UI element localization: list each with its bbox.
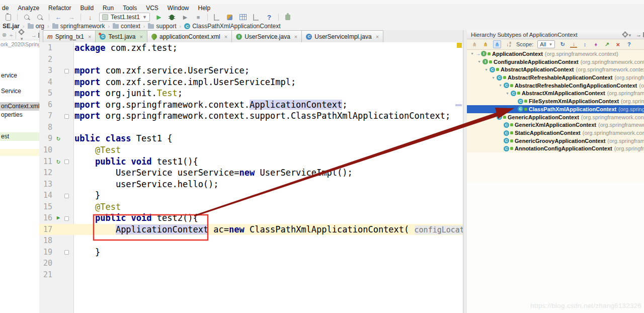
- hotswap-icon[interactable]: ↓: [86, 13, 94, 21]
- menu-item-de[interactable]: de: [2, 5, 9, 12]
- close-tab-icon[interactable]: ×: [376, 34, 379, 40]
- database-grid-icon[interactable]: [239, 13, 247, 21]
- folder-icon: [52, 24, 58, 29]
- close-tab-icon[interactable]: ×: [140, 34, 143, 40]
- hierarchy-node-package: (org.springframework.context): [581, 59, 644, 65]
- hide-panel-icon[interactable]: →: [636, 32, 644, 37]
- menu-item-vcs[interactable]: VCS: [146, 5, 158, 12]
- editor-tab-applicationcontext-xml[interactable]: applicationContext.xml×: [147, 30, 232, 42]
- scope-select[interactable]: All ▼: [537, 40, 555, 48]
- hierarchy-node-applicationcontext[interactable]: ▾→IApplicationContext(org.springframewor…: [467, 50, 644, 58]
- back-icon[interactable]: ←: [54, 13, 62, 21]
- run-test-gutter-icon[interactable]: ↻: [54, 133, 63, 144]
- gear-icon[interactable]: ▼: [19, 29, 28, 41]
- breadcrumb-item[interactable]: context: [113, 23, 140, 30]
- hierarchy-node-annotationconfigapplicationcontext[interactable]: CAnnotationConfigApplicationContext(org.…: [467, 145, 644, 153]
- hierarchy-node-classpathxmlapplicationcontext[interactable]: CClassPathXmlApplicationContext(org.spri…: [467, 105, 644, 113]
- expand-collapse-icon[interactable]: ÷: [10, 32, 13, 38]
- help-icon[interactable]: ?: [625, 41, 632, 48]
- close-icon[interactable]: ×: [614, 41, 621, 48]
- settings-wrench-icon[interactable]: [226, 13, 234, 21]
- run-gutter-icon[interactable]: ▶: [54, 212, 63, 224]
- hide-panel-icon[interactable]: →: [31, 33, 39, 38]
- hierarchy-node-configurableapplicationcontext[interactable]: ▾IConfigurableApplicationContext(org.spr…: [467, 58, 644, 66]
- menu-item-run[interactable]: Run: [103, 5, 114, 12]
- subtypes-hierarchy-icon[interactable]: ⋔: [493, 40, 501, 48]
- breadcrumb-item[interactable]: springframework: [52, 23, 105, 30]
- chevron-expanded-icon[interactable]: ▾: [469, 51, 475, 56]
- editor-tab-test1-java[interactable]: CTest1.java×: [95, 30, 147, 42]
- close-tab-icon[interactable]: ×: [294, 34, 297, 40]
- debug-button[interactable]: [168, 13, 176, 21]
- close-tab-icon[interactable]: ×: [88, 34, 91, 40]
- expand-all-icon[interactable]: ↕: [581, 41, 588, 48]
- code-line: 4mport com.zxf.service.impl.UserServiceI…: [39, 76, 463, 88]
- close-tab-icon[interactable]: ×: [224, 34, 227, 40]
- project-tree-item[interactable]: operties: [0, 111, 40, 119]
- breadcrumb-item[interactable]: SE.jar: [3, 23, 20, 30]
- hierarchy-node-abstractxmlapplicationcontext[interactable]: ▾CAbstractXmlApplicationContext(org.spri…: [467, 90, 644, 98]
- forward-icon[interactable]: →: [67, 13, 75, 21]
- run-test-gutter-icon[interactable]: ↻: [54, 156, 63, 168]
- fold-marker[interactable]: [64, 194, 69, 198]
- hierarchy-node-genericgroovyapplicationcontext[interactable]: CGenericGroovyApplicationContext(org.spr…: [467, 137, 644, 145]
- chevron-expanded-icon[interactable]: ▾: [490, 115, 497, 119]
- inspection-status-marker[interactable]: [457, 43, 462, 48]
- hierarchy-node-genericxmlapplicationcontext[interactable]: CGenericXmlApplicationContext(org.spring…: [467, 121, 644, 129]
- paste-icon[interactable]: [4, 13, 12, 21]
- sort-alphabetically-icon[interactable]: ↓az: [505, 41, 512, 48]
- chevron-expanded-icon[interactable]: ▾: [497, 83, 504, 88]
- code-editor[interactable]: 1ackage com.zxf.test;23mport com.zxf.ser…: [39, 42, 463, 313]
- gear-icon[interactable]: ▼: [623, 32, 632, 38]
- plugin-icon[interactable]: [284, 13, 292, 21]
- project-tree-item[interactable]: Service: [0, 87, 40, 96]
- collapse-all-icon[interactable]: ⊗: [2, 32, 7, 38]
- run-button[interactable]: ▶: [155, 13, 163, 21]
- project-tree-item[interactable]: onContext.xml: [0, 102, 40, 111]
- project-tree-item[interactable]: ervice: [0, 71, 40, 80]
- editor-tab-userservice-java[interactable]: IUserService.java×: [231, 30, 302, 42]
- pin-icon[interactable]: ♦: [592, 41, 599, 48]
- fold-marker[interactable]: [64, 69, 69, 73]
- menu-item-window[interactable]: Window: [168, 5, 189, 12]
- search-everywhere-icon[interactable]: [36, 13, 44, 21]
- supertypes-hierarchy-icon[interactable]: ⋔: [482, 41, 489, 48]
- fold-marker[interactable]: [64, 250, 69, 255]
- hierarchy-node-package: (org.springframework.context.support): [621, 98, 644, 104]
- chevron-expanded-icon[interactable]: ▾: [483, 67, 490, 72]
- menu-item-help[interactable]: Help: [198, 5, 211, 12]
- search-icon[interactable]: [23, 13, 31, 21]
- open-in-editor-icon[interactable]: ↗: [603, 41, 610, 48]
- help-icon[interactable]: ?: [265, 13, 273, 21]
- fold-marker[interactable]: [64, 160, 69, 164]
- attach-icon[interactable]: [252, 13, 260, 21]
- hierarchy-node-filesystemxmlapplicationcontext[interactable]: CFileSystemXmlApplicationContext(org.spr…: [467, 97, 644, 105]
- chevron-expanded-icon[interactable]: ▾: [476, 59, 482, 64]
- refresh-icon[interactable]: ↻: [559, 41, 566, 48]
- run-with-coverage-icon[interactable]: ▶: [181, 13, 189, 21]
- fold-marker[interactable]: [64, 114, 69, 119]
- breadcrumb-item[interactable]: support: [148, 23, 176, 30]
- breadcrumb-item[interactable]: CClassPathXmlApplicationContext: [184, 23, 280, 30]
- hierarchy-node-staticapplicationcontext[interactable]: CStaticApplicationContext(org.springfram…: [467, 129, 644, 137]
- hierarchy-node-abstractrefreshableconfigapplicationcontext[interactable]: ▾CAbstractRefreshableConfigApplicationCo…: [467, 82, 644, 90]
- editor-tab-userserviceimpl-java[interactable]: CUserServiceImpl.java×: [301, 30, 383, 42]
- hierarchy-node-abstractapplicationcontext[interactable]: ▾CAbstractApplicationContext(org.springf…: [467, 65, 644, 73]
- chevron-expanded-icon[interactable]: ▾: [504, 91, 511, 96]
- run-configuration-selector[interactable]: Test1.test1 ▼: [99, 13, 150, 22]
- menu-item-refactor[interactable]: Refactor: [48, 5, 71, 12]
- stop-button[interactable]: ■: [194, 13, 202, 21]
- menu-item-analyze[interactable]: Analyze: [18, 5, 39, 12]
- profiler-icon[interactable]: [213, 13, 221, 21]
- menu-item-build[interactable]: Build: [80, 5, 94, 12]
- fold-marker[interactable]: [64, 216, 69, 221]
- hierarchy-node-genericapplicationcontext[interactable]: ▾CGenericApplicationContext(org.springfr…: [467, 113, 644, 121]
- chevron-expanded-icon[interactable]: ▾: [490, 75, 497, 80]
- menu-item-tools[interactable]: Tools: [123, 5, 137, 12]
- export-download-icon[interactable]: ↓: [570, 41, 577, 48]
- hierarchy-node-abstractrefreshableapplicationcontext[interactable]: ▾CAbstractRefreshableApplicationContext(…: [467, 73, 644, 82]
- project-tree-item[interactable]: est: [0, 132, 40, 141]
- editor-tab-spring-tx1[interactable]: mSpring_tx1×: [43, 30, 96, 42]
- breadcrumb-item[interactable]: org: [28, 23, 44, 30]
- class-hierarchy-icon[interactable]: ⋔: [471, 41, 478, 48]
